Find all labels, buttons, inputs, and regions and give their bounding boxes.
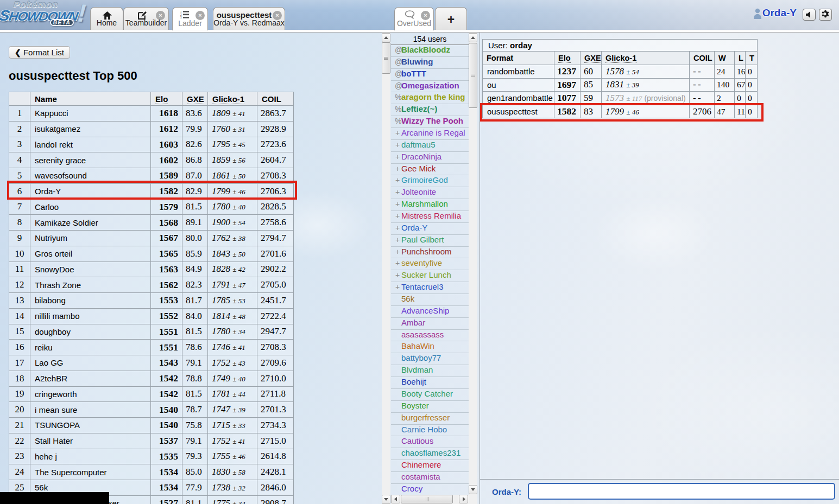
svg-text:3: 3: [180, 16, 182, 18]
svg-text:1: 1: [180, 11, 182, 13]
